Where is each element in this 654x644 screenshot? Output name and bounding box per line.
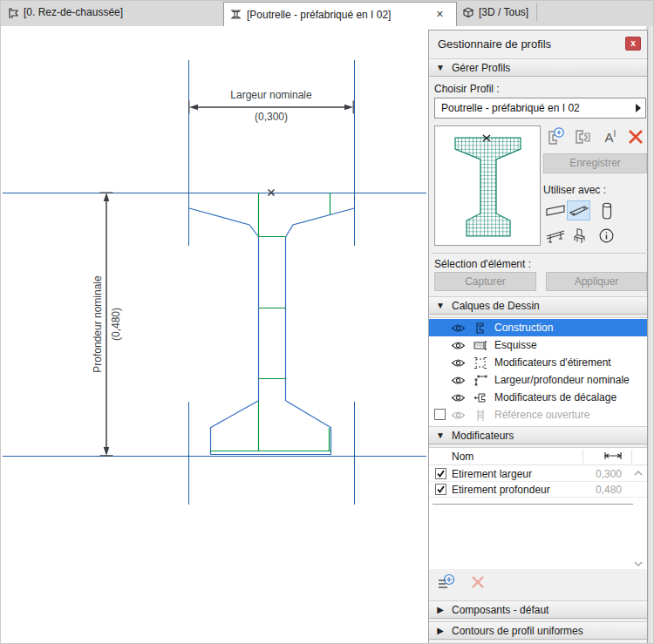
tab-3d[interactable]: [3D / Tous] bbox=[457, 3, 534, 22]
tab-close-icon[interactable]: ✕ bbox=[436, 9, 444, 20]
nominale-layer-icon bbox=[473, 374, 494, 387]
layer-row-esquisse[interactable]: Esquisse bbox=[429, 336, 647, 354]
modifier-name: Etirement profondeur bbox=[452, 484, 550, 496]
collapse-triangle-icon: ▼ bbox=[429, 430, 452, 440]
capturer-button[interactable]: Capturer bbox=[434, 272, 536, 291]
layer-label: Modificateurs d'étirement bbox=[494, 356, 611, 369]
profile-icon bbox=[229, 9, 242, 20]
selected-profile-name: Poutrelle - préfabriqué en I 02 bbox=[441, 102, 580, 114]
dim-depth-value: (0,480) bbox=[110, 308, 122, 341]
construction-layer-icon bbox=[473, 322, 494, 335]
tab-separator bbox=[536, 3, 537, 21]
dim-width-value: (0,300) bbox=[255, 111, 288, 123]
modifier-name: Etirement largeur bbox=[452, 468, 532, 480]
gerer-profils-label: Gérer Profils bbox=[452, 62, 510, 74]
selection-element-label: Sélection d'élément : bbox=[434, 258, 531, 270]
add-modifier-button[interactable] bbox=[436, 572, 457, 596]
tab-profile-label: [Poutrelle - préfabriqué en I 02] bbox=[247, 9, 391, 21]
width-column-icon bbox=[603, 451, 623, 464]
list-separator bbox=[433, 504, 633, 505]
eye-icon[interactable] bbox=[451, 410, 473, 420]
dropdown-arrow-icon bbox=[636, 104, 641, 112]
dim-depth-label: Profondeur nominale bbox=[92, 275, 104, 372]
tab-3d-label: [3D / Tous] bbox=[479, 6, 528, 18]
use-with-wall-button[interactable] bbox=[543, 200, 567, 220]
panel-title-bar[interactable]: Gestionnaire de profils x bbox=[429, 31, 647, 58]
layer-row-construction[interactable]: Construction bbox=[429, 319, 647, 336]
new-profile-button[interactable] bbox=[543, 126, 566, 147]
panel-separator bbox=[432, 253, 648, 254]
eye-icon[interactable] bbox=[451, 323, 473, 333]
calques-label: Calques de Dessin bbox=[452, 300, 540, 312]
eye-icon[interactable] bbox=[451, 358, 473, 368]
modifiers-table-header: Nom bbox=[429, 448, 647, 465]
use-with-beam-button[interactable] bbox=[567, 200, 590, 220]
modifier-row-profondeur[interactable]: Etirement profondeur 0,480 bbox=[429, 482, 647, 498]
profile-manager-panel: Gestionnaire de profils x ▼ Gérer Profil… bbox=[428, 30, 648, 644]
composants-label: Composants - défaut bbox=[452, 604, 548, 616]
layer-row-modificateurs-etirement[interactable]: Modificateurs d'étirement bbox=[429, 354, 647, 371]
column-separator bbox=[582, 450, 583, 464]
tab-profile-editor[interactable]: [Poutrelle - préfabriqué en I 02] ✕ bbox=[223, 2, 457, 26]
etirement-layer-icon bbox=[473, 356, 494, 369]
use-with-column-button[interactable] bbox=[595, 200, 618, 220]
delete-modifier-button[interactable] bbox=[469, 573, 487, 594]
modifier-checkbox[interactable] bbox=[435, 468, 446, 479]
contours-label: Contours de profil uniformes bbox=[452, 625, 583, 637]
section-header-modificateurs[interactable]: ▼ Modificateurs bbox=[429, 426, 647, 444]
profile-select-dropdown[interactable]: Poutrelle - préfabriqué en I 02 bbox=[434, 98, 646, 119]
construction-lines bbox=[3, 60, 426, 505]
eye-icon[interactable] bbox=[451, 376, 473, 385]
modifier-row-largeur[interactable]: Etirement largeur 0,300 bbox=[429, 466, 647, 482]
esquisse-layer-icon bbox=[473, 339, 494, 352]
layer-row-nominale[interactable]: Largeur/profondeur nominale bbox=[429, 371, 647, 389]
modifiers-table: Nom Etirement largeur 0,300 Etirement pr… bbox=[429, 447, 647, 569]
profile-preview bbox=[434, 125, 541, 246]
rename-profile-button[interactable]: AI bbox=[599, 126, 622, 147]
rename-cursor-i: I bbox=[614, 129, 617, 139]
expand-triangle-icon: ▶ bbox=[429, 605, 452, 614]
modifier-value: 0,480 bbox=[596, 484, 622, 496]
modifier-toolbar bbox=[436, 571, 541, 597]
section-header-contours[interactable]: ▶ Contours de profil uniformes bbox=[429, 621, 647, 640]
expand-triangle-icon: ▶ bbox=[429, 626, 452, 635]
scroll-down-icon[interactable] bbox=[633, 559, 644, 568]
modifier-checkbox[interactable] bbox=[435, 484, 446, 495]
appliquer-button[interactable]: Appliquer bbox=[546, 272, 647, 291]
section-header-composants[interactable]: ▶ Composants - défaut bbox=[429, 600, 647, 619]
eye-icon[interactable] bbox=[451, 341, 473, 350]
tab-floor-plan[interactable]: [0. Rez-de-chaussée] bbox=[3, 3, 128, 22]
beam-profile-outline bbox=[189, 208, 354, 455]
delete-profile-button[interactable] bbox=[624, 126, 647, 147]
collapse-triangle-icon: ▼ bbox=[429, 301, 452, 310]
floor-plan-icon bbox=[8, 7, 19, 18]
info-icon[interactable] bbox=[595, 226, 618, 246]
use-with-railing-button[interactable] bbox=[543, 226, 567, 246]
choisir-profil-label: Choisir Profil : bbox=[434, 83, 500, 95]
layer-checkbox[interactable] bbox=[434, 409, 446, 420]
layer-row-reference-ouverture[interactable]: Référence ouverture bbox=[429, 406, 647, 424]
rename-letter-a: A bbox=[605, 130, 614, 145]
eye-icon[interactable] bbox=[451, 393, 473, 403]
collapse-triangle-icon: ▼ bbox=[429, 63, 452, 72]
modifier-value: 0,300 bbox=[596, 468, 622, 480]
section-header-calques[interactable]: ▼ Calques de Dessin bbox=[429, 296, 647, 315]
layer-label: Construction bbox=[494, 322, 553, 334]
tab-floor-label: [0. Rez-de-chaussée] bbox=[24, 6, 123, 18]
section-header-gerer-profils[interactable]: ▼ Gérer Profils bbox=[429, 58, 647, 77]
drawing-layers-list: Construction Esquisse Modificateurs d'ét… bbox=[429, 317, 647, 426]
layer-label: Modificateurs de décalage bbox=[494, 391, 617, 403]
use-with-object-button[interactable] bbox=[569, 226, 592, 246]
layer-row-decalage[interactable]: Modificateurs de décalage bbox=[429, 389, 647, 406]
dim-width-label: Largeur nominale bbox=[230, 89, 311, 101]
scroll-up-icon[interactable] bbox=[633, 469, 644, 478]
tab-bar: [0. Rez-de-chaussée] [Poutrelle - préfab… bbox=[1, 1, 654, 26]
panel-close-button[interactable]: x bbox=[625, 37, 641, 51]
dimension-lines bbox=[100, 101, 354, 457]
enregistrer-button[interactable]: Enregistrer bbox=[543, 153, 647, 173]
decalage-layer-icon bbox=[473, 391, 494, 404]
duplicate-profile-button[interactable] bbox=[571, 126, 594, 147]
layer-label: Esquisse bbox=[494, 339, 537, 351]
modificateurs-label: Modificateurs bbox=[452, 430, 514, 442]
application-window: [0. Rez-de-chaussée] [Poutrelle - préfab… bbox=[0, 0, 654, 644]
